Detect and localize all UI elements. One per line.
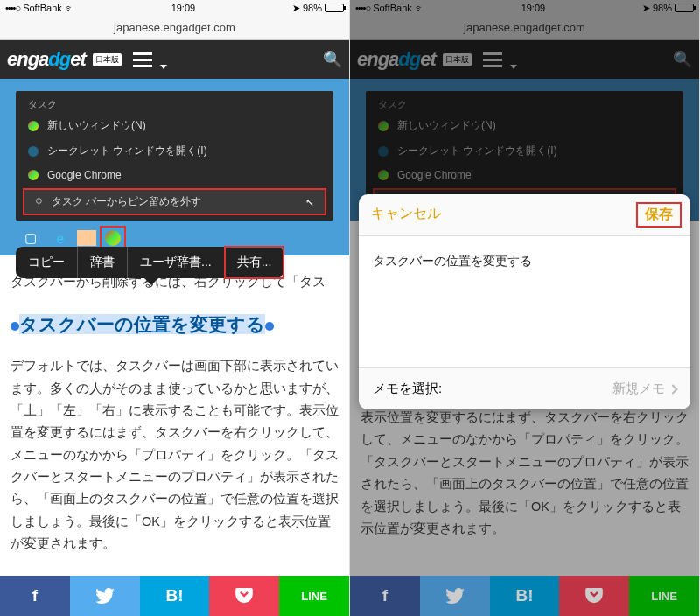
note-content[interactable]: タスクバーの位置を変更する xyxy=(359,236,690,368)
article-image: タスク 新しいウィンドウ(N) シークレット ウィンドウを開く(I) Googl… xyxy=(0,79,349,256)
share-pocket[interactable] xyxy=(559,576,629,616)
paragraph: デフォルトでは、タスクバーは画面下部に表示されています。多くの人がそのまま使って… xyxy=(10,355,339,555)
share-twitter[interactable] xyxy=(70,576,140,616)
highlighted-menu-item: ⚲タスク バーからピン留めを外す↖ xyxy=(23,188,326,215)
share-bar: f B! LINE xyxy=(0,576,349,616)
share-hatena[interactable]: B! xyxy=(140,576,210,616)
selection-handle-start[interactable] xyxy=(10,322,19,331)
menu-button[interactable] xyxy=(133,46,172,73)
edition-badge: 日本版 xyxy=(93,53,122,66)
article-headline: タスクバーの位置を変更する xyxy=(10,309,339,341)
explorer-icon xyxy=(77,230,96,246)
battery-icon xyxy=(325,4,344,12)
status-bar: ••••○ SoftBank ᯤ 19:09 ➤98% xyxy=(0,0,349,16)
popup-share[interactable]: 共有... xyxy=(225,247,284,278)
save-button[interactable]: 保存 xyxy=(636,202,682,228)
site-header: engadget 日本版 🔍 xyxy=(0,40,349,79)
memo-label: メモを選択: xyxy=(373,381,442,397)
share-line[interactable]: LINE xyxy=(629,576,699,616)
popup-dictionary[interactable]: 辞書 xyxy=(78,247,128,278)
share-twitter[interactable] xyxy=(420,576,490,616)
popup-userdict[interactable]: ユーザ辞書... xyxy=(128,247,225,278)
share-facebook[interactable]: f xyxy=(350,576,420,616)
share-hatena[interactable]: B! xyxy=(490,576,560,616)
clock: 19:09 xyxy=(172,3,196,13)
left-screenshot: ••••○ SoftBank ᯤ 19:09 ➤98% japanese.eng… xyxy=(0,0,350,616)
share-bar: f B! LINE xyxy=(350,576,699,616)
notes-share-sheet: キャンセル 保存 タスクバーの位置を変更する メモを選択: 新規メモ xyxy=(359,194,690,410)
context-menu: タスク 新しいウィンドウ(N) シークレット ウィンドウを開く(I) Googl… xyxy=(16,91,333,220)
popup-copy[interactable]: コピー xyxy=(16,247,78,278)
memo-selector[interactable]: メモを選択: 新規メモ xyxy=(359,368,690,410)
share-pocket[interactable] xyxy=(209,576,279,616)
url-bar[interactable]: japanese.engadget.com xyxy=(0,16,349,40)
cancel-button[interactable]: キャンセル xyxy=(371,205,441,225)
chevron-right-icon xyxy=(668,384,677,394)
share-line[interactable]: LINE xyxy=(279,576,349,616)
text-selection-popup: コピー 辞書 ユーザ辞書... 共有... xyxy=(16,247,284,278)
article-body: タスクバーから削除するには、右クリックして「タス タスクバーの位置を変更する デ… xyxy=(0,262,349,564)
right-screenshot: ••••○ SoftBank ᯤ 19:09 ➤98% japanese.eng… xyxy=(350,0,700,616)
search-icon[interactable]: 🔍 xyxy=(323,50,342,69)
selection-handle-end[interactable] xyxy=(265,322,274,331)
logo[interactable]: engadget xyxy=(7,48,86,71)
share-facebook[interactable]: f xyxy=(0,576,70,616)
